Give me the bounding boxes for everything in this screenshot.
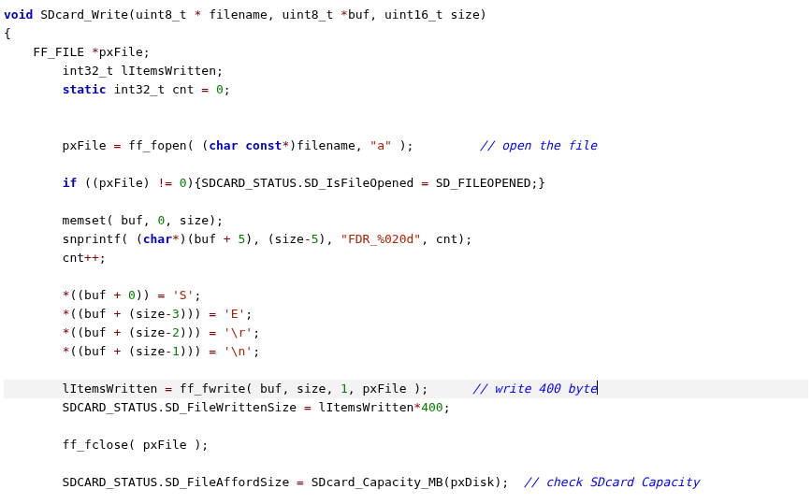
code-line-21: SDCARD_STATUS.SD_FileWrittenSize = lItem…	[4, 398, 808, 417]
code-line-20: lItemsWritten = ff_fwrite( buf, size, 1,…	[4, 380, 808, 398]
code-line-13: cnt++;	[4, 249, 808, 267]
code-line-0: void SDcard_Write(uint8_t * filename, ui…	[4, 6, 808, 24]
text-caret	[597, 381, 598, 395]
code-line-2: FF_FILE *pxFile;	[4, 43, 808, 62]
code-block: void SDcard_Write(uint8_t * filename, ui…	[0, 0, 812, 504]
code-line-26	[4, 492, 808, 504]
code-line-19	[4, 361, 808, 380]
code-line-11: memset( buf, 0, size);	[4, 211, 808, 230]
code-line-17: *((buf + (size-2))) = '\r';	[4, 324, 808, 342]
code-line-15: *((buf + 0)) = 'S';	[4, 286, 808, 305]
code-line-23: ff_fclose( pxFile );	[4, 436, 808, 454]
code-line-18: *((buf + (size-1))) = '\n';	[4, 342, 808, 361]
code-line-14	[4, 267, 808, 286]
code-line-3: int32_t lItemsWritten;	[4, 62, 808, 80]
code-line-22	[4, 417, 808, 436]
code-line-1: {	[4, 24, 808, 43]
code-line-7: pxFile = ff_fopen( (char const*)filename…	[4, 137, 808, 155]
code-line-16: *((buf + (size-3))) = 'E';	[4, 305, 808, 324]
code-line-12: snprintf( (char*)(buf + 5), (size-5), "F…	[4, 230, 808, 249]
code-line-5	[4, 99, 808, 118]
code-line-8	[4, 155, 808, 174]
code-line-4: static int32_t cnt = 0;	[4, 80, 808, 99]
code-line-10	[4, 193, 808, 211]
code-line-25: SDCARD_STATUS.SD_FileAffordSize = SDcard…	[4, 473, 808, 492]
code-line-24	[4, 454, 808, 473]
code-line-6	[4, 118, 808, 137]
code-line-9: if ((pxFile) != 0){SDCARD_STATUS.SD_IsFi…	[4, 174, 808, 193]
